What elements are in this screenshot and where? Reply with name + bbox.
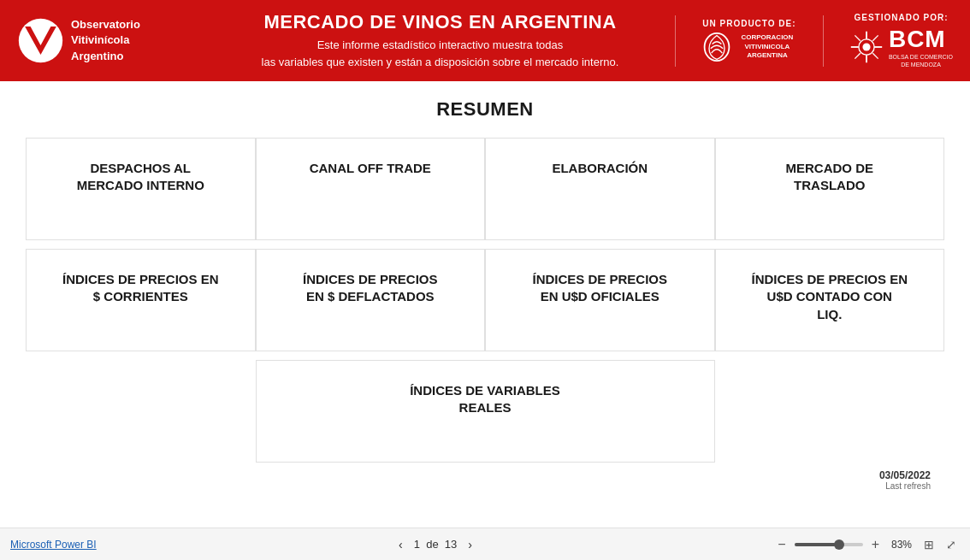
zoom-in-button[interactable]: + [868, 537, 883, 552]
cards-row3: ÍNDICES DE VARIABLESREALES [26, 360, 944, 463]
card-canal-off-trade[interactable]: CANAL OFF TRADE [256, 138, 486, 240]
svg-line-12 [855, 53, 860, 58]
corp-logo-icon [701, 32, 732, 62]
section-title: RESUMEN [26, 98, 944, 121]
svg-line-10 [872, 53, 878, 58]
powerbi-link[interactable]: Microsoft Power BI [10, 539, 97, 551]
header-divider-2 [823, 15, 824, 67]
svg-line-11 [872, 35, 878, 40]
fit-page-button[interactable]: ⊞ [920, 538, 937, 551]
managed-label: GESTIONADO POR: [854, 13, 948, 22]
nav-prev-button[interactable]: ‹ [394, 536, 407, 553]
header-managed: GESTIONADO POR: BCM BOLSA D [849, 13, 953, 68]
card-indices-usd-oficiales[interactable]: ÍNDICES DE PRECIOSEN U$D OFICIALES [485, 249, 715, 351]
date-label: Last refresh [26, 481, 931, 491]
card-mercado-traslado-title: MERCADO DETRASLADO [785, 160, 873, 195]
zoom-percentage: 83% [888, 539, 915, 551]
svg-line-9 [855, 35, 860, 40]
date-value: 03/05/2022 [26, 469, 931, 481]
bcm-name: BCM [889, 26, 946, 52]
header-product: UN PRODUCTO DE: CORPORACION VITIVINICOLA… [701, 19, 797, 62]
header-title: MERCADO DE VINOS EN ARGENTINA [214, 11, 666, 33]
header-right: UN PRODUCTO DE: CORPORACION VITIVINICOLA… [675, 13, 953, 68]
card-indices-usd-contado[interactable]: ÍNDICES DE PRECIOS ENU$D CONTADO CONLIQ. [715, 249, 945, 351]
card-elaboracion[interactable]: ELABORACIÓN [485, 138, 715, 240]
date-stamp-area: 03/05/2022 Last refresh [26, 463, 944, 491]
svg-point-3 [705, 33, 730, 61]
product-label: UN PRODUCTO DE: [702, 19, 796, 28]
svg-point-0 [19, 19, 62, 62]
card-despachos[interactable]: DESPACHOS ALMERCADO INTERNO [26, 138, 256, 240]
header: Observatorio Vitivinícola Argentino MERC… [0, 0, 970, 81]
zoom-out-button[interactable]: − [774, 537, 789, 552]
corp-text: CORPORACION VITIVINICOLAARGENTINA [737, 33, 797, 60]
main-content: RESUMEN DESPACHOS ALMERCADO INTERNO CANA… [0, 81, 970, 528]
header-logo: Observatorio Vitivinícola Argentino [17, 17, 205, 64]
expand-button[interactable]: ⤢ [943, 538, 960, 551]
card-elaboracion-title: ELABORACIÓN [552, 160, 648, 177]
corp-logo: CORPORACION VITIVINICOLAARGENTINA [701, 32, 797, 62]
card-mercado-traslado[interactable]: MERCADO DETRASLADO [715, 138, 945, 240]
card-empty-1 [26, 360, 256, 463]
zoom-controls: − + 83% ⊞ ⤢ [774, 537, 960, 552]
card-empty-2 [715, 360, 945, 463]
card-canal-off-trade-title: CANAL OFF TRADE [310, 160, 431, 177]
card-indices-usd-oficiales-title: ÍNDICES DE PRECIOSEN U$D OFICIALES [532, 271, 667, 306]
page-current: 1 [414, 538, 420, 551]
bcm-name-block: BCM BOLSA DE COMERCIODE MENDOZA [889, 26, 953, 68]
card-despachos-title: DESPACHOS ALMERCADO INTERNO [77, 160, 204, 195]
card-indices-corrientes-title: ÍNDICES DE PRECIOS EN$ CORRIENTES [62, 271, 219, 306]
card-indices-variables-title: ÍNDICES DE VARIABLESREALES [410, 382, 560, 417]
header-subtitle: Este informe estadístico interactivo mue… [214, 37, 666, 70]
nav-next-button[interactable]: › [464, 536, 476, 553]
nav-controls: ‹ 1 de 13 › [105, 536, 766, 553]
content-area: RESUMEN DESPACHOS ALMERCADO INTERNO CANA… [0, 81, 970, 528]
header-center: MERCADO DE VINOS EN ARGENTINA Este infor… [214, 11, 666, 70]
nav-page-text: 1 de 13 [414, 538, 458, 551]
card-indices-deflactados-title: ÍNDICES DE PRECIOSEN $ DEFLACTADOS [303, 271, 438, 306]
page-total: 13 [445, 538, 457, 551]
cards-row1: DESPACHOS ALMERCADO INTERNO CANAL OFF TR… [26, 138, 944, 240]
ova-logo-icon [17, 17, 64, 64]
bcm-logo: BCM BOLSA DE COMERCIODE MENDOZA [849, 26, 953, 68]
page-sep: de [426, 538, 438, 551]
card-indices-variables[interactable]: ÍNDICES DE VARIABLESREALES [256, 360, 715, 463]
card-indices-deflactados[interactable]: ÍNDICES DE PRECIOSEN $ DEFLACTADOS [256, 249, 486, 351]
logo-text: Observatorio Vitivinícola Argentino [71, 17, 140, 64]
svg-point-13 [862, 43, 870, 50]
zoom-slider-track[interactable] [795, 543, 863, 546]
zoom-slider-fill [795, 543, 836, 546]
header-divider [675, 15, 676, 67]
card-indices-usd-contado-title: ÍNDICES DE PRECIOS ENU$D CONTADO CONLIQ. [751, 271, 908, 323]
bcm-logo-icon [849, 30, 884, 64]
card-indices-corrientes[interactable]: ÍNDICES DE PRECIOS EN$ CORRIENTES [26, 249, 256, 351]
zoom-slider-thumb [834, 539, 844, 550]
cards-row2: ÍNDICES DE PRECIOS EN$ CORRIENTES ÍNDICE… [26, 249, 944, 351]
bottom-bar: Microsoft Power BI ‹ 1 de 13 › − + 83% ⊞… [0, 528, 970, 560]
